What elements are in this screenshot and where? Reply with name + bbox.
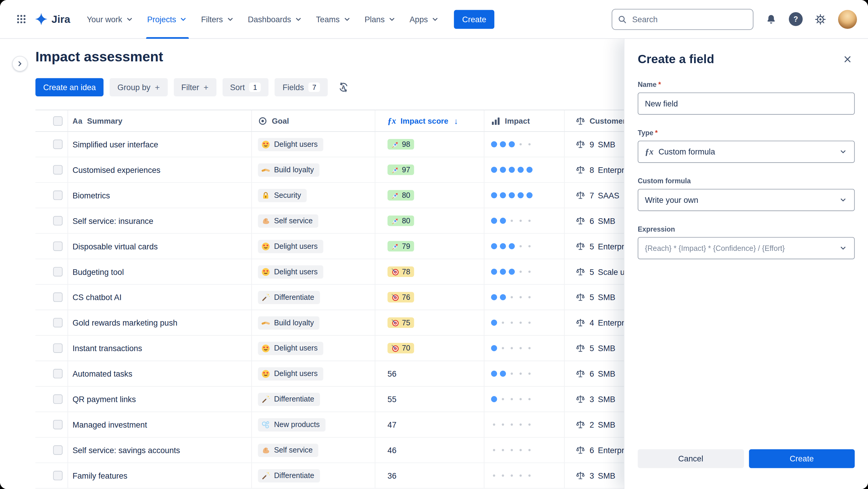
impact-rating-dots[interactable] xyxy=(491,472,532,479)
settings-gear-icon[interactable] xyxy=(811,10,829,28)
table-row[interactable]: Self service: savings accounts Self serv… xyxy=(36,438,670,463)
nav-item-plans[interactable]: Plans xyxy=(358,0,403,38)
cancel-button[interactable]: Cancel xyxy=(638,449,744,468)
nav-item-projects[interactable]: Projects xyxy=(141,0,194,38)
table-row[interactable]: Gold rewards marketing push Build loyalt… xyxy=(36,310,670,336)
table-row[interactable]: Instant transactions Delight users 70 5 … xyxy=(36,336,670,361)
goal-chip[interactable]: Delight users xyxy=(258,342,323,355)
summary-column-header[interactable]: Aa Summary xyxy=(68,110,252,132)
impact-score-badge[interactable]: 79 xyxy=(388,241,414,252)
table-row[interactable]: Customised experiences Build loyalty 97 … xyxy=(36,157,670,183)
app-switcher-icon[interactable] xyxy=(13,11,29,27)
idea-summary[interactable]: Disposable virtual cards xyxy=(72,242,158,251)
idea-summary[interactable]: Customised experiences xyxy=(72,166,161,174)
impact-rating-dots[interactable] xyxy=(491,320,532,326)
impact-score-badge[interactable]: 78 xyxy=(388,267,414,277)
help-icon[interactable]: ? xyxy=(789,12,803,26)
idea-summary[interactable]: Self service: savings accounts xyxy=(72,446,180,455)
field-name-input[interactable] xyxy=(638,92,855,115)
group-by-button[interactable]: Group by + xyxy=(110,78,167,96)
row-checkbox[interactable] xyxy=(53,445,63,455)
nav-item-dashboards[interactable]: Dashboards xyxy=(241,0,309,38)
idea-summary[interactable]: Automated tasks xyxy=(72,369,132,378)
row-checkbox[interactable] xyxy=(53,241,63,251)
impact-score-badge[interactable]: 80 xyxy=(388,190,414,200)
table-row[interactable]: Managed investment New products 47 2 SMB xyxy=(36,412,670,438)
impact-rating-dots[interactable] xyxy=(491,167,532,173)
impact-score-badge[interactable]: 56 xyxy=(388,369,397,378)
nav-item-apps[interactable]: Apps xyxy=(403,0,446,38)
table-row[interactable]: Automated tasks Delight users 56 6 SMB xyxy=(36,361,670,387)
idea-summary[interactable]: Family features xyxy=(72,471,127,480)
row-checkbox[interactable] xyxy=(53,394,63,404)
impact-score-badge[interactable]: 75 xyxy=(388,317,414,328)
impact-score-badge[interactable]: 70 xyxy=(388,343,414,353)
impact-rating-dots[interactable] xyxy=(491,396,532,402)
goal-column-header[interactable]: Goal xyxy=(252,110,375,132)
row-checkbox[interactable] xyxy=(53,420,63,429)
table-row[interactable]: Self service: insurance Self service 80 … xyxy=(36,208,670,234)
goal-chip[interactable]: Self service xyxy=(258,443,318,457)
row-checkbox[interactable] xyxy=(53,292,63,302)
table-row[interactable]: Disposable virtual cards Delight users 7… xyxy=(36,234,670,259)
table-row[interactable]: Biometrics Security 80 7 SAAS xyxy=(36,183,670,208)
row-checkbox[interactable] xyxy=(53,369,63,378)
impact-score-badge[interactable]: 80 xyxy=(388,215,414,226)
impact-score-badge[interactable]: 76 xyxy=(388,292,414,302)
table-row[interactable]: CS chatbot AI Differentiate 76 5 SMB xyxy=(36,285,670,310)
idea-summary[interactable]: Instant transactions xyxy=(72,344,142,353)
user-avatar[interactable] xyxy=(838,10,857,29)
impact-score-badge[interactable]: 46 xyxy=(388,446,397,455)
search-box[interactable] xyxy=(612,9,753,30)
select-all-checkbox[interactable] xyxy=(53,116,63,125)
row-checkbox[interactable] xyxy=(53,140,63,149)
notifications-bell-icon[interactable] xyxy=(762,10,780,28)
goal-chip[interactable]: Delight users xyxy=(258,138,323,151)
jira-logo[interactable]: Jira xyxy=(35,13,70,26)
impact-rating-dots[interactable] xyxy=(491,345,532,351)
impact-rating-dots[interactable] xyxy=(491,269,532,275)
row-checkbox[interactable] xyxy=(53,191,63,200)
impact-score-badge[interactable]: 97 xyxy=(388,165,414,175)
row-checkbox[interactable] xyxy=(53,318,63,327)
idea-summary[interactable]: QR payment links xyxy=(72,395,136,404)
idea-summary[interactable]: Managed investment xyxy=(72,420,147,429)
goal-chip[interactable]: Delight users xyxy=(258,239,323,253)
impact-rating-dots[interactable] xyxy=(491,422,532,428)
goal-chip[interactable]: Differentiate xyxy=(258,392,319,406)
goal-chip[interactable]: Self service xyxy=(258,214,318,227)
row-checkbox[interactable] xyxy=(53,165,63,175)
nav-item-filters[interactable]: Filters xyxy=(194,0,241,38)
goal-chip[interactable]: Differentiate xyxy=(258,469,319,482)
goal-chip[interactable]: New products xyxy=(258,418,325,431)
table-row[interactable]: Budgeting tool Delight users 78 5 Scale … xyxy=(36,259,670,285)
idea-summary[interactable]: CS chatbot AI xyxy=(72,293,122,301)
idea-summary[interactable]: Gold rewards marketing push xyxy=(72,318,178,327)
impact-rating-dots[interactable] xyxy=(491,243,532,250)
custom-formula-select[interactable]: Write your own xyxy=(638,189,855,211)
impact-score-badge[interactable]: 36 xyxy=(388,471,397,480)
impact-score-badge[interactable]: 47 xyxy=(388,420,397,429)
table-row[interactable]: QR payment links Differentiate 55 3 SMB xyxy=(36,387,670,412)
impact-score-badge[interactable]: 55 xyxy=(388,395,397,404)
row-checkbox[interactable] xyxy=(53,343,63,353)
nav-item-your-work[interactable]: Your work xyxy=(80,0,141,38)
idea-summary[interactable]: Biometrics xyxy=(72,191,110,200)
expression-select[interactable]: {Reach} * {Impact} * {Confidence} / {Eff… xyxy=(638,237,855,259)
row-checkbox[interactable] xyxy=(53,471,63,480)
idea-summary[interactable]: Self service: insurance xyxy=(72,216,153,225)
filter-button[interactable]: Filter + xyxy=(174,78,216,96)
field-type-select[interactable]: ƒx Custom formula xyxy=(638,141,855,163)
impact-column-header[interactable]: Impact xyxy=(485,110,565,132)
sort-button[interactable]: Sort 1 xyxy=(222,78,269,96)
expand-sidebar-button[interactable] xyxy=(12,56,28,71)
row-checkbox[interactable] xyxy=(53,267,63,277)
impact-rating-dots[interactable] xyxy=(491,192,532,198)
create-button[interactable]: Create xyxy=(454,10,495,29)
goal-chip[interactable]: Differentiate xyxy=(258,291,319,304)
idea-summary[interactable]: Budgeting tool xyxy=(72,267,124,276)
goal-chip[interactable]: Security xyxy=(258,189,306,202)
close-icon[interactable] xyxy=(840,52,855,67)
table-row[interactable]: Family features Differentiate 36 3 SMB xyxy=(36,463,670,489)
search-input[interactable] xyxy=(631,14,747,24)
